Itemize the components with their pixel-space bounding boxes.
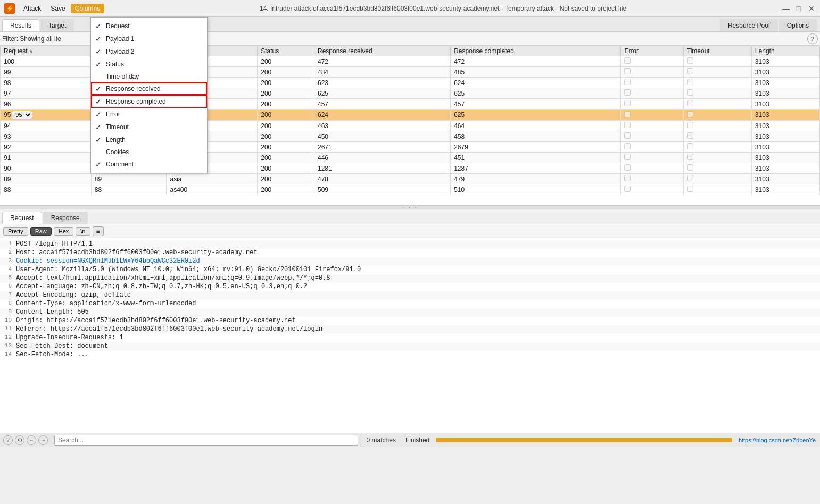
menu-item-resp-comp[interactable]: ✓ Response completed [91, 95, 207, 108]
menu-save[interactable]: Save [46, 4, 69, 13]
menu-label-comment: Comment [106, 161, 198, 168]
menu-item-status[interactable]: ✓ Status [91, 58, 207, 71]
code-line: 1POST /login HTTP/1.1 [0, 240, 820, 249]
statusbar-left: ? ⚙ ← → [0, 435, 51, 445]
col-header-status[interactable]: Status [258, 46, 314, 56]
menu-label-length: Length [106, 136, 198, 144]
menu-item-cookies[interactable]: Cookies [91, 146, 207, 158]
menu-label-timeofday: Time of day [106, 73, 198, 80]
window-controls: — □ ✕ [782, 4, 816, 13]
window-title: 14. Intruder attack of acca1f571ecdb3bd8… [104, 5, 782, 12]
code-line: 2Host: acca1f571ecdb3bd802f6ff6003f00e1.… [0, 249, 820, 257]
tab-options[interactable]: Options [779, 19, 817, 31]
menu-label-cookies: Cookies [106, 148, 198, 156]
view-newline-button[interactable]: \n [76, 227, 90, 236]
bottom-tabbar: Request Response [0, 209, 820, 224]
col-header-resp-recv[interactable]: Response received [314, 46, 450, 56]
menu-item-comment[interactable]: ✓ Comment [91, 158, 207, 171]
view-options-button[interactable]: ≡ [93, 226, 104, 236]
check-payload2: ✓ [95, 47, 106, 56]
tab-target[interactable]: Target [40, 19, 74, 31]
titlebar-menus: Attack Save Columns [19, 4, 104, 13]
check-resp-comp: ✓ [95, 97, 106, 106]
close-button[interactable]: ✕ [807, 4, 816, 13]
menu-item-timeofday[interactable]: Time of day [91, 71, 207, 82]
table-row[interactable]: 8888as4002005095103103 [1, 184, 820, 195]
view-hex-button[interactable]: Hex [54, 227, 74, 236]
back-icon[interactable]: ← [27, 435, 36, 445]
col-header-resp-comp[interactable]: Response completed [451, 46, 621, 56]
search-matches: 0 matches [361, 436, 401, 444]
code-line: 6Accept-Language: zh-CN,zh;q=0.8,zh-TW;q… [0, 283, 820, 291]
menu-label-resp-comp: Response completed [106, 98, 198, 105]
check-error: ✓ [95, 110, 106, 119]
tab-request[interactable]: Request [2, 212, 42, 224]
tab-resource-pool[interactable]: Resource Pool [720, 19, 778, 31]
check-payload1: ✓ [95, 35, 106, 43]
code-line: 14Sec-Fetch-Mode: ... [0, 351, 820, 359]
check-status: ✓ [95, 60, 106, 69]
titlebar: ⚡ Attack Save Columns 14. Intruder attac… [0, 0, 820, 17]
request-dropdown[interactable]: 95 [12, 111, 32, 119]
tab-results[interactable]: Results [2, 19, 39, 31]
code-line: 9Content-Length: 505 [0, 308, 820, 317]
code-line: 3Cookie: session=NGXQRnlMJbILWxY64bbQaWC… [0, 257, 820, 266]
maximize-button[interactable]: □ [794, 4, 803, 13]
check-length: ✓ [95, 136, 106, 144]
menu-item-length[interactable]: ✓ Length [91, 133, 207, 146]
view-raw-button[interactable]: Raw [30, 227, 52, 236]
menu-label-status: Status [106, 61, 198, 68]
menu-item-request[interactable]: ✓ Request [91, 20, 207, 32]
check-timeout: ✓ [95, 123, 106, 131]
menu-label-timeout: Timeout [106, 123, 198, 131]
col-header-timeout[interactable]: Timeout [683, 46, 751, 56]
menu-label-error: Error [106, 111, 198, 118]
menu-columns[interactable]: Columns [71, 4, 104, 13]
view-pretty-button[interactable]: Pretty [3, 227, 28, 236]
code-line: 12Upgrade-Insecure-Requests: 1 [0, 334, 820, 342]
bottom-panel: Request Response Pretty Raw Hex \n ≡ 1PO… [0, 209, 820, 433]
code-line: 5Accept: text/html,application/xhtml+xml… [0, 274, 820, 283]
col-header-length[interactable]: Length [751, 46, 819, 56]
check-resp-recv: ✓ [95, 85, 106, 93]
minimize-button[interactable]: — [782, 4, 790, 13]
tab-response[interactable]: Response [43, 212, 88, 224]
check-comment: ✓ [95, 160, 106, 169]
columns-dropdown: ✓ Request ✓ Payload 1 ✓ Payload 2 ✓ Stat… [90, 17, 208, 173]
request-code-area: 1POST /login HTTP/1.12Host: acca1f571ecd… [0, 238, 820, 433]
statusbar: ? ⚙ ← → 0 matches Finished https://blog.… [0, 433, 820, 447]
code-line: 13Sec-Fetch-Dest: document [0, 342, 820, 351]
view-toolbar: Pretty Raw Hex \n ≡ [0, 224, 820, 238]
code-line: 8Content-Type: application/x-www-form-ur… [0, 300, 820, 308]
menu-label-resp-recv: Response received [106, 85, 198, 93]
col-header-request[interactable]: Request ∨ [1, 46, 92, 56]
menu-item-timeout[interactable]: ✓ Timeout [91, 121, 207, 133]
code-line: 10Origin: https://acca1f571ecdb3bd802f6f… [0, 317, 820, 325]
col-header-error[interactable]: Error [621, 46, 683, 56]
menu-label-request: Request [106, 22, 198, 30]
table-row[interactable]: 8989asia2004784793103 [1, 174, 820, 184]
menu-label-payload2: Payload 2 [106, 48, 198, 55]
help-icon[interactable]: ? [3, 435, 13, 445]
search-input[interactable] [54, 435, 358, 446]
statusbar-url[interactable]: https://blog.csdn.net/ZripenYe [734, 437, 820, 443]
progress-bar [436, 438, 732, 442]
code-line: 11Referer: https://acca1f571ecdb3bd802f6… [0, 325, 820, 334]
menu-label-payload1: Payload 1 [106, 35, 198, 43]
menu-item-resp-recv[interactable]: ✓ Response received [91, 82, 207, 95]
menu-item-payload1[interactable]: ✓ Payload 1 [91, 32, 207, 45]
panel-splitter[interactable]: · · · [0, 205, 820, 209]
app-logo: ⚡ [4, 3, 15, 14]
menu-item-payload2[interactable]: ✓ Payload 2 [91, 45, 207, 58]
code-line: 4User-Agent: Mozilla/5.0 (Windows NT 10.… [0, 266, 820, 274]
check-request: ✓ [95, 22, 106, 30]
code-line: 7Accept-Encoding: gzip, deflate [0, 291, 820, 300]
filter-help-button[interactable]: ? [807, 33, 818, 44]
forward-icon[interactable]: → [38, 435, 48, 445]
menu-attack[interactable]: Attack [19, 4, 45, 13]
menu-item-error[interactable]: ✓ Error [91, 108, 207, 121]
status-text: Finished [401, 436, 434, 444]
settings-icon[interactable]: ⚙ [15, 435, 24, 445]
